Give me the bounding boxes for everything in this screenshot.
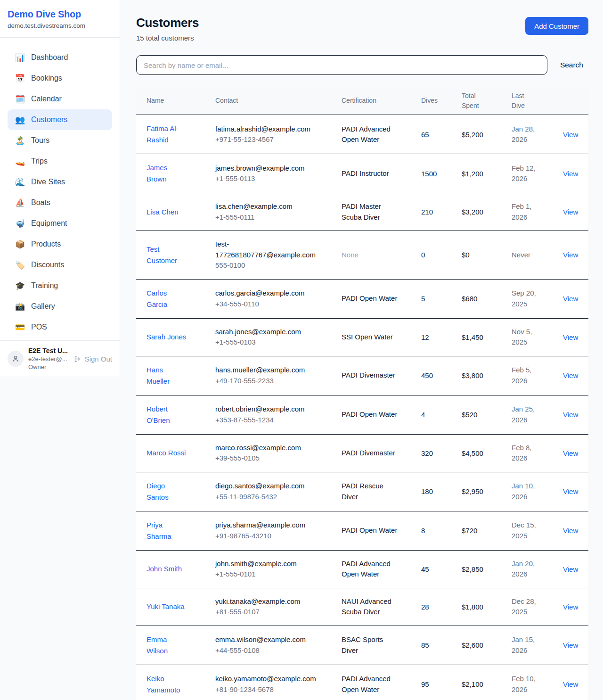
- total-spent-cell: $5,200: [462, 131, 512, 139]
- sidebar-item-discounts[interactable]: 🏷️ Discounts: [8, 255, 112, 275]
- user-name: E2E Test U...: [28, 347, 68, 354]
- name-cell: Robert O'Brien: [147, 404, 215, 426]
- view-cell: View: [563, 333, 578, 341]
- last-dive-cell: Nov 5, 2025: [512, 327, 563, 348]
- dives-cell: 28: [421, 603, 462, 611]
- sidebar-item-bookings[interactable]: 📅 Bookings: [8, 68, 112, 89]
- trips-icon: 🚤: [15, 157, 24, 165]
- dives-cell: 12: [421, 333, 462, 341]
- view-link[interactable]: View: [563, 333, 578, 341]
- table-row: Lisa Chen lisa.chen@example.com +1-555-0…: [136, 193, 588, 231]
- customer-name-link[interactable]: Carlos Garcia: [147, 289, 167, 308]
- customer-phone: +81-555-0107: [215, 607, 316, 618]
- view-cell: View: [563, 449, 578, 457]
- dives-cell: 4: [421, 411, 462, 419]
- dives-cell: 320: [421, 449, 462, 457]
- view-cell: View: [563, 641, 578, 649]
- shop-header: Demo Dive Shop demo.test.divestreams.com: [0, 0, 120, 38]
- sidebar-item-dive-sites[interactable]: 🌊 Dive Sites: [8, 172, 112, 192]
- view-link[interactable]: View: [563, 411, 578, 419]
- customer-name-link[interactable]: James Brown: [147, 164, 167, 183]
- customers-icon: 👥: [15, 116, 24, 124]
- customer-phone: 555-0100: [215, 260, 316, 271]
- sidebar-item-training[interactable]: 🎓 Training: [8, 275, 112, 296]
- certification-cell: None: [342, 250, 421, 261]
- last-dive-cell: Jan 20, 2026: [512, 559, 563, 580]
- view-link[interactable]: View: [563, 527, 578, 535]
- customer-phone: +55-11-99876-5432: [215, 492, 316, 502]
- sidebar-item-products[interactable]: 📦 Products: [8, 234, 112, 255]
- view-link[interactable]: View: [563, 295, 578, 303]
- view-link[interactable]: View: [563, 170, 578, 178]
- certification-cell: PADI Advanced Open Water: [342, 124, 421, 145]
- customer-email: lisa.chen@example.com: [215, 201, 316, 212]
- sidebar-item-label: Customers: [31, 115, 67, 124]
- view-link[interactable]: View: [563, 641, 578, 649]
- last-dive-cell: Feb 5, 2026: [512, 365, 563, 386]
- contact-cell: keiko.yamamoto@example.com +81-90-1234-5…: [215, 674, 342, 695]
- customer-name-link[interactable]: Yuki Tanaka: [147, 602, 185, 610]
- dives-cell: 45: [421, 565, 462, 573]
- customer-name-link[interactable]: Diego Santos: [147, 482, 169, 501]
- dives-cell: 1500: [421, 170, 462, 178]
- name-cell: Priya Sharma: [147, 519, 215, 542]
- view-link[interactable]: View: [563, 251, 578, 259]
- customer-name-link[interactable]: Test Customer: [147, 245, 177, 264]
- customer-phone: +81-90-1234-5678: [215, 684, 316, 695]
- view-link[interactable]: View: [563, 208, 578, 216]
- last-dive-cell: Sep 20, 2025: [512, 288, 563, 309]
- customer-name-link[interactable]: Sarah Jones: [147, 333, 186, 341]
- sidebar-item-label: Tours: [31, 136, 49, 145]
- last-dive-cell: Dec 28, 2025: [512, 596, 563, 618]
- customer-phone: +44-555-0108: [215, 645, 316, 656]
- search-input[interactable]: [136, 55, 547, 75]
- sidebar-item-dashboard[interactable]: 📊 Dashboard: [8, 47, 112, 68]
- name-cell: Sarah Jones: [147, 331, 215, 343]
- total-spent-cell: $2,100: [462, 680, 512, 688]
- add-customer-button[interactable]: Add Customer: [525, 17, 588, 35]
- certification-cell: PADI Advanced Open Water: [342, 674, 421, 695]
- view-link[interactable]: View: [563, 371, 578, 379]
- customer-name-link[interactable]: Robert O'Brien: [147, 405, 170, 424]
- discounts-icon: 🏷️: [15, 261, 24, 269]
- sidebar-item-calendar[interactable]: 🗓️ Calendar: [8, 89, 112, 109]
- sign-out-button[interactable]: Sign Out: [73, 355, 112, 363]
- customer-name-link[interactable]: Lisa Chen: [147, 208, 179, 216]
- last-dive-cell: Dec 15, 2025: [512, 520, 563, 541]
- sidebar-item-equipment[interactable]: 🤿 Equipment: [8, 213, 112, 234]
- customer-name-link[interactable]: Fatima Al-Rashid: [147, 124, 179, 144]
- customer-name-link[interactable]: Priya Sharma: [147, 521, 171, 540]
- equipment-icon: 🤿: [15, 220, 24, 228]
- view-link[interactable]: View: [563, 449, 578, 457]
- customer-name-link[interactable]: Hans Mueller: [147, 366, 170, 385]
- contact-cell: test-1772681807767@example.com 555-0100: [215, 239, 342, 271]
- customer-name-link[interactable]: John Smith: [147, 565, 182, 573]
- search-button[interactable]: Search: [560, 61, 583, 69]
- name-cell: Test Customer: [147, 244, 215, 266]
- view-link[interactable]: View: [563, 565, 578, 573]
- customer-name-link[interactable]: Keiko Yamamoto: [147, 675, 180, 694]
- view-cell: View: [563, 527, 578, 535]
- table-row: Keiko Yamamoto keiko.yamamoto@example.co…: [136, 665, 588, 700]
- certification-cell: PADI Instructor: [342, 168, 421, 179]
- customer-name-link[interactable]: Marco Rossi: [147, 449, 186, 457]
- search-row: Search: [136, 55, 588, 75]
- table-row: Marco Rossi marco.rossi@example.com +39-…: [136, 435, 588, 472]
- sidebar-item-pos[interactable]: 💳 POS: [8, 317, 112, 338]
- customers-table: NameContactCertificationDivesTotal Spent…: [136, 87, 588, 700]
- customer-email: emma.wilson@example.com: [215, 634, 316, 645]
- sidebar-item-boats[interactable]: ⛵ Boats: [8, 192, 112, 213]
- view-link[interactable]: View: [563, 680, 578, 688]
- view-link[interactable]: View: [563, 487, 578, 495]
- total-spent-cell: $4,500: [462, 449, 512, 457]
- customer-phone: +91-98765-43210: [215, 531, 316, 542]
- customer-name-link[interactable]: Emma Wilson: [147, 635, 168, 655]
- view-link[interactable]: View: [563, 131, 578, 139]
- sidebar-item-tours[interactable]: 🏝️ Tours: [8, 130, 112, 151]
- sidebar-item-customers[interactable]: 👥 Customers: [8, 109, 112, 130]
- sidebar-item-trips[interactable]: 🚤 Trips: [8, 151, 112, 172]
- user-meta: E2E Test U... e2e-tester@... Owner: [28, 347, 68, 371]
- sidebar-item-gallery[interactable]: 📸 Gallery: [8, 296, 112, 317]
- view-link[interactable]: View: [563, 603, 578, 611]
- dives-cell: 210: [421, 208, 462, 216]
